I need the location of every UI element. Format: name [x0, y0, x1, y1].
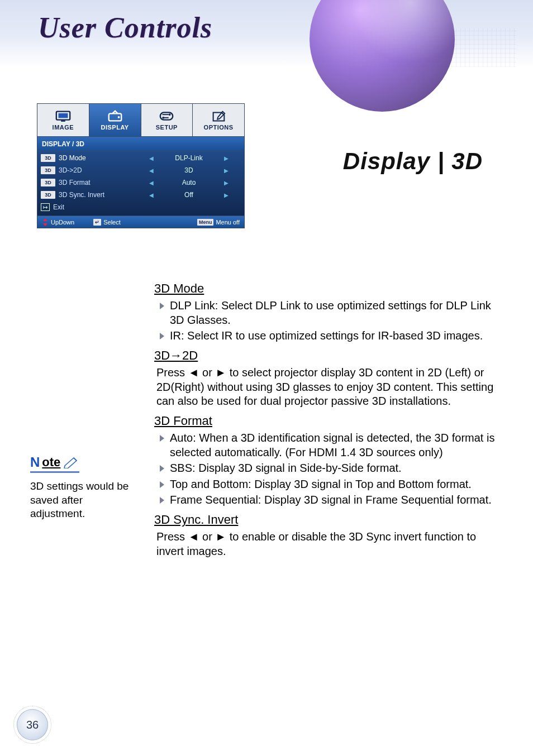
- svg-point-4: [117, 116, 120, 118]
- osd-row-label: 3D Sync. Invert: [59, 191, 137, 199]
- tag-3d-icon: 3D: [41, 191, 55, 199]
- osd-tab-label: OPTIONS: [204, 124, 234, 131]
- heading-3d-format: 3D Format: [154, 413, 496, 429]
- osd-row-value: 3D: [169, 166, 208, 174]
- osd-tab-label: SETUP: [156, 124, 178, 131]
- heading-3d-to-2d: 3D→2D: [154, 348, 496, 363]
- osd-tab-setup[interactable]: SETUP: [141, 104, 193, 136]
- osd-row-3d-mode[interactable]: 3D 3D Mode ◀ DLP-Link ▶: [37, 152, 244, 164]
- paragraph: Press ◄ or ► to enable or disable the 3D…: [156, 530, 496, 558]
- page-number-badge: 36: [17, 709, 48, 740]
- right-arrow-icon[interactable]: ▶: [224, 192, 229, 198]
- osd-menu: IMAGE DISPLAY SETUP OPTIONS DISPLAY / 3D…: [37, 103, 245, 228]
- note-letters-ote: ote: [42, 455, 60, 470]
- left-arrow-icon[interactable]: ◀: [149, 155, 154, 161]
- osd-breadcrumb: DISPLAY / 3D: [37, 137, 245, 152]
- osd-row-label: 3D Format: [59, 179, 137, 186]
- osd-row-3d-2d[interactable]: 3D 3D->2D ◀ 3D ▶: [37, 164, 244, 176]
- note-body-text: 3D settings would be saved after adjustm…: [30, 480, 131, 521]
- right-arrow-icon[interactable]: ▶: [224, 168, 229, 174]
- list-item: Auto: When a 3D identification signal is…: [160, 431, 496, 460]
- osd-row-exit[interactable]: ↦ Exit: [37, 201, 244, 213]
- left-arrow-icon[interactable]: ◀: [149, 168, 154, 174]
- chapter-title: User Controls: [0, 0, 212, 44]
- osd-tab-display[interactable]: DISPLAY: [89, 104, 141, 136]
- updown-icon: [42, 219, 49, 226]
- heading-3d-sync-invert: 3D Sync. Invert: [154, 512, 496, 528]
- document-body: 3D Mode DLP Link: Select DLP Link to use…: [144, 276, 496, 563]
- osd-row-value: Off: [169, 191, 208, 199]
- list-item: Frame Sequential: Display 3D signal in F…: [160, 493, 496, 508]
- left-arrow-icon[interactable]: ◀: [149, 180, 154, 186]
- osd-tab-bar: IMAGE DISPLAY SETUP OPTIONS: [37, 103, 245, 137]
- monitor-icon: [55, 109, 72, 123]
- svg-rect-5: [160, 112, 173, 119]
- menu-key-icon: Menu: [197, 219, 214, 226]
- list-item: DLP Link: Select DLP Link to use optimiz…: [160, 299, 496, 327]
- svg-point-9: [163, 117, 165, 119]
- list-item: SBS: Display 3D signal in Side-by-Side f…: [160, 461, 496, 476]
- osd-row-label: 3D Mode: [59, 154, 137, 162]
- osd-row-value: Auto: [169, 179, 208, 186]
- tag-3d-icon: 3D: [41, 166, 55, 174]
- footer-select-label: Select: [103, 219, 121, 226]
- osd-tab-label: DISPLAY: [101, 124, 129, 131]
- section-title: Display | 3D: [343, 148, 483, 175]
- osd-row-label: 3D->2D: [59, 166, 137, 174]
- osd-tab-options[interactable]: OPTIONS: [193, 104, 244, 136]
- exit-icon: ↦: [41, 203, 50, 211]
- osd-body: 3D 3D Mode ◀ DLP-Link ▶ 3D 3D->2D ◀ 3D ▶…: [37, 152, 245, 216]
- svg-rect-1: [58, 113, 68, 118]
- right-arrow-icon[interactable]: ▶: [224, 155, 229, 161]
- note-letter-n: N: [30, 454, 40, 470]
- pencil-icon: [63, 456, 79, 468]
- osd-row-value: DLP-Link: [169, 154, 208, 162]
- tv-icon: [107, 109, 123, 123]
- paragraph: Press ◄ or ► to select projector display…: [156, 366, 496, 409]
- osd-row-label: Exit: [53, 203, 131, 211]
- tag-3d-icon: 3D: [41, 154, 55, 162]
- tag-3d-icon: 3D: [41, 179, 55, 186]
- enter-key-icon: ↵: [93, 219, 101, 226]
- osd-tab-label: IMAGE: [53, 124, 74, 131]
- heading-3d-mode: 3D Mode: [154, 281, 496, 296]
- list-item: IR: Select IR to use optimized settings …: [160, 329, 496, 343]
- footer-updown-label: UpDown: [51, 219, 74, 226]
- note-sidebar: Note 3D settings would be saved after ad…: [30, 454, 131, 521]
- notepad-icon: [210, 109, 227, 123]
- right-arrow-icon[interactable]: ▶: [224, 180, 229, 186]
- page-header-banner: User Controls: [0, 0, 533, 67]
- note-heading: Note: [30, 454, 79, 473]
- page-number: 36: [26, 719, 39, 731]
- svg-rect-2: [61, 121, 65, 122]
- osd-row-3d-format[interactable]: 3D 3D Format ◀ Auto ▶: [37, 176, 244, 189]
- osd-tab-image[interactable]: IMAGE: [37, 104, 89, 136]
- svg-point-8: [169, 113, 171, 116]
- osd-row-3d-sync-invert[interactable]: 3D 3D Sync. Invert ◀ Off ▶: [37, 189, 244, 201]
- osd-footer: UpDown ↵ Select Menu Menu off: [37, 216, 245, 228]
- list-item: Top and Bottom: Display 3D signal in Top…: [160, 477, 496, 492]
- footer-menuoff-label: Menu off: [216, 219, 240, 226]
- left-arrow-icon[interactable]: ◀: [149, 192, 154, 198]
- sliders-icon: [158, 109, 175, 123]
